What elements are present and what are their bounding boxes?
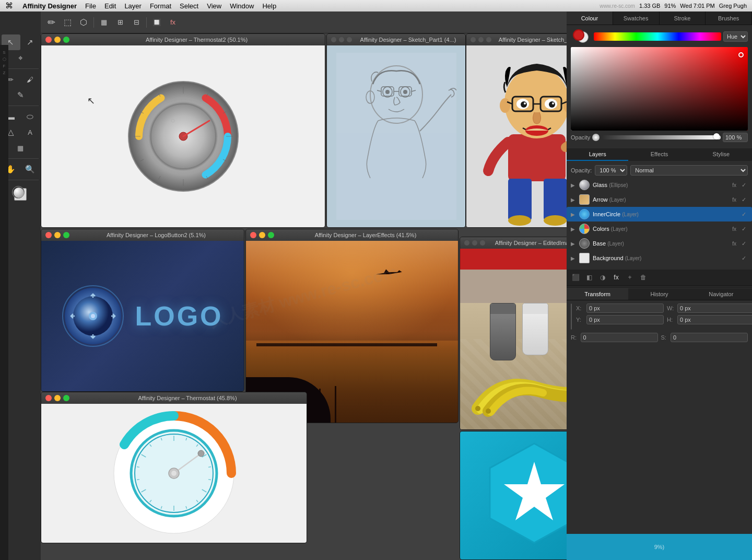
transform-s-label: S: <box>661 334 668 341</box>
close-btn-thermostat2[interactable] <box>45 37 52 43</box>
tab-effects[interactable]: Effects <box>628 148 690 161</box>
menu-layer[interactable]: Layer <box>120 2 146 10</box>
menu-format[interactable]: Format <box>146 2 175 10</box>
toolbar-btn-grid2[interactable]: ⊞ <box>113 15 127 30</box>
window-logo: Affinity Designer – LogoButton2 (5.1%) <box>41 229 244 392</box>
traffic-light-char <box>471 37 491 42</box>
tab-stroke[interactable]: Stroke <box>660 11 706 25</box>
hue-slider[interactable] <box>594 32 721 41</box>
opacity-label: Opacity <box>571 134 590 141</box>
tool-node[interactable]: ↗ <box>21 34 40 50</box>
menu-file[interactable]: File <box>81 2 100 10</box>
fill-colour-circle[interactable] <box>573 29 584 41</box>
hue-mode-select[interactable]: Hue <box>723 31 748 42</box>
panel-icon-adjustments[interactable]: ◧ <box>583 272 595 283</box>
opacity-input[interactable] <box>723 133 748 142</box>
apple-menu[interactable]: ⌘ <box>0 1 18 10</box>
panel-icon-masks[interactable]: ◑ <box>597 272 608 283</box>
content-thermostat <box>41 404 307 543</box>
tool-ellipse[interactable]: ⬭ <box>21 109 40 124</box>
menubar-watermark: www.re-sc.com <box>600 3 635 9</box>
panel-icon-delete[interactable]: 🗑 <box>638 272 649 283</box>
menu-edit[interactable]: Edit <box>100 2 120 10</box>
panel-icon-new[interactable]: + <box>624 272 636 283</box>
main-toolbar: ✏ ⬚ ⬡ ▦ ⊞ ⊟ 🔲 fx <box>41 11 567 33</box>
tool-pencil[interactable]: ✎ <box>11 87 30 103</box>
tab-layers[interactable]: Layers <box>567 148 628 161</box>
opacity-circle[interactable] <box>592 134 600 141</box>
tool-brush[interactable]: 🖌 <box>21 72 40 87</box>
titlebar-character: Affinity Designer – Sketch_Part4 (4.6%) <box>466 34 567 45</box>
layer-opacity-select[interactable]: 100 % <box>595 165 627 176</box>
transform-thumb-row: X: W: Y: H: <box>571 304 748 330</box>
food-canvas <box>460 249 567 429</box>
sub-icon-2: ⬡ <box>3 57 6 62</box>
window-food: Affinity Designer – EditedImage (41.1%) <box>460 237 567 430</box>
transform-r-input[interactable] <box>581 333 658 342</box>
app-name[interactable]: Affinity Designer <box>18 2 81 10</box>
transform-h-input[interactable] <box>677 315 752 324</box>
fill-swatch[interactable] <box>12 186 25 199</box>
tab-swatches[interactable]: Swatches <box>613 11 660 25</box>
layer-arrow[interactable]: ▶ Arrow (Layer) fx ✓ <box>567 192 752 207</box>
transform-y-input[interactable] <box>586 315 664 324</box>
toolbar-export-persona[interactable]: ⬡ <box>76 15 91 30</box>
layer-innercircle-eye[interactable]: ✓ <box>739 210 748 218</box>
mouse-cursor: ↖ <box>87 95 95 107</box>
toolbar-btn-grid[interactable]: ▦ <box>97 15 111 30</box>
layer-innercircle[interactable]: ▶ InnerCircle (Layer) ✓ <box>567 207 752 221</box>
layer-base[interactable]: ▶ Base (Layer) fx ✓ <box>567 236 752 251</box>
tab-history[interactable]: History <box>628 288 690 300</box>
opacity-slider[interactable] <box>602 135 721 139</box>
tool-zoom[interactable]: 🔍 <box>21 161 40 177</box>
toolbar-btn-align[interactable]: ⊟ <box>129 15 144 30</box>
max-btn-therm[interactable] <box>63 395 69 401</box>
transform-w-input[interactable] <box>677 304 752 313</box>
toolbar-btn-fx[interactable]: fx <box>166 15 180 30</box>
tab-navigator[interactable]: Navigator <box>690 288 752 300</box>
menu-select[interactable]: Select <box>175 2 203 10</box>
layer-glass-eye[interactable]: ✓ <box>739 181 748 189</box>
toolbar-draw-persona[interactable]: ✏ <box>44 15 58 30</box>
transform-thumbnail <box>571 304 572 330</box>
max-btn-land[interactable] <box>268 232 274 238</box>
layer-colors-eye[interactable]: ✓ <box>739 225 748 233</box>
menu-help[interactable]: Help <box>258 2 280 10</box>
toolbar-pixel-persona[interactable]: ⬚ <box>60 15 75 30</box>
close-btn-logo[interactable] <box>45 232 52 238</box>
colour-picker-dot[interactable] <box>738 52 744 57</box>
tab-brushes[interactable]: Brushes <box>706 11 752 25</box>
menu-view[interactable]: View <box>203 2 226 10</box>
layer-background[interactable]: ▶ Background (Layer) ✓ <box>567 251 752 265</box>
close-btn-land[interactable] <box>250 232 256 238</box>
blend-mode-select[interactable]: Normal <box>630 165 748 176</box>
transform-s-input[interactable] <box>671 333 748 342</box>
tool-frame[interactable]: ▦ <box>11 140 30 156</box>
layer-colors[interactable]: ▶ Colors (Layer) fx ✓ <box>567 221 752 236</box>
tab-transform[interactable]: Transform <box>567 288 628 300</box>
tool-transform[interactable]: ⌖ <box>11 50 30 66</box>
tool-text[interactable]: A <box>21 124 40 140</box>
tab-stylise[interactable]: Stylise <box>690 148 752 161</box>
min-btn-thermostat2[interactable] <box>54 37 61 43</box>
layer-base-eye[interactable]: ✓ <box>739 239 748 248</box>
layer-arrow-eye[interactable]: ✓ <box>739 195 748 204</box>
layer-background-eye[interactable]: ✓ <box>739 254 748 262</box>
close-btn-therm[interactable] <box>45 395 52 401</box>
opacity-slider-thumb[interactable] <box>713 133 720 139</box>
panel-icon-fx[interactable]: fx <box>610 272 622 283</box>
min-btn-therm[interactable] <box>54 395 61 401</box>
transform-x-input[interactable] <box>586 304 664 313</box>
panel-icon-layers[interactable]: ⬛ <box>570 272 581 283</box>
menu-window[interactable]: Window <box>226 2 258 10</box>
window-star <box>460 431 567 560</box>
max-btn-logo[interactable] <box>63 232 69 238</box>
min-btn-logo[interactable] <box>54 232 61 238</box>
menu-bar: ⌘ Affinity Designer File Edit Layer Form… <box>0 0 752 11</box>
max-btn-thermostat2[interactable] <box>63 37 69 43</box>
colour-gradient-picker[interactable] <box>571 47 748 131</box>
layer-glass[interactable]: ▶ Glass (Ellipse) fx ✓ <box>567 178 752 192</box>
min-btn-land[interactable] <box>259 232 265 238</box>
tab-colour[interactable]: Colour <box>567 11 613 25</box>
toolbar-btn-studio[interactable]: 🔲 <box>149 15 164 30</box>
